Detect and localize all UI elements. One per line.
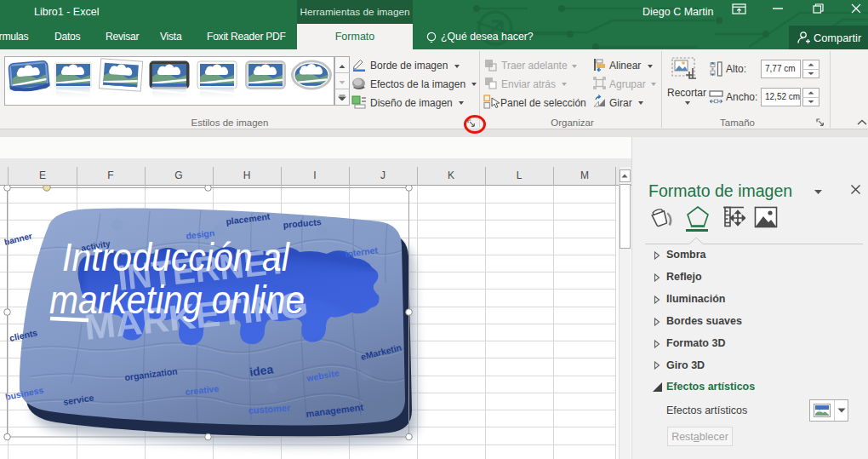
svg-text:banner: banner [3,231,33,247]
svg-text:marketing online: marketing online [49,278,305,322]
